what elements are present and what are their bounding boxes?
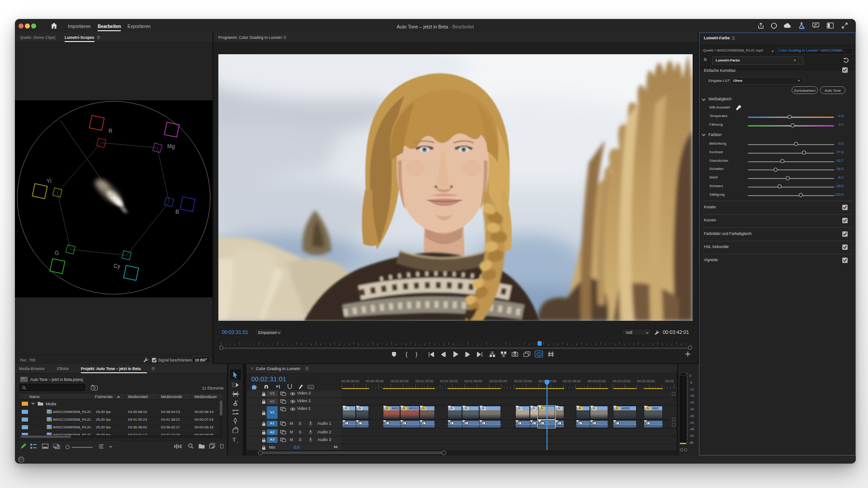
svg-text:T: T (232, 436, 236, 443)
svg-text:G: G (55, 250, 59, 256)
svg-text:Yl: Yl (47, 178, 52, 184)
svg-text:Cy: Cy (113, 263, 120, 269)
svg-text:Mg: Mg (167, 143, 175, 150)
svg-text:B: B (175, 209, 179, 215)
svg-text:R: R (108, 128, 113, 134)
svg-text:CC: CC (309, 386, 313, 389)
